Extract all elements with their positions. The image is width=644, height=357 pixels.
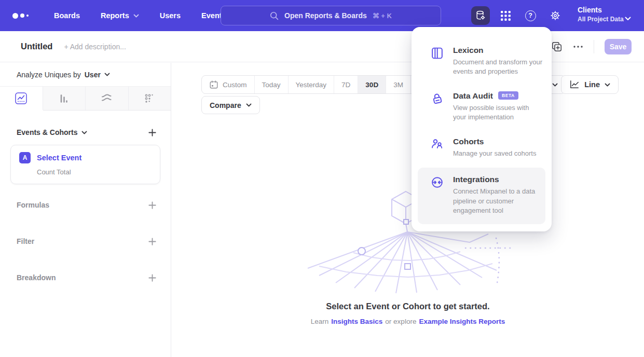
- menu-item-title: Integrations: [453, 175, 538, 184]
- compare-label: Compare: [210, 101, 241, 109]
- report-description-field[interactable]: + Add description...: [64, 43, 126, 51]
- range-30d-label: 30D: [365, 81, 378, 89]
- nav-reports-label: Reports: [101, 11, 129, 20]
- add-filter-button[interactable]: [148, 238, 156, 245]
- menu-item-description: View possible issues with your implement…: [453, 103, 542, 122]
- menu-item-lexicon[interactable]: Lexicon Document and transform your even…: [412, 38, 552, 84]
- plus-icon: [148, 201, 156, 209]
- primary-nav: Boards Reports Users Events: [54, 11, 226, 20]
- flow-icon: [101, 92, 113, 104]
- analyze-row: Analyze Uniques by User: [0, 63, 171, 87]
- cohorts-icon: [430, 137, 445, 158]
- nav-boards-label: Boards: [54, 11, 80, 20]
- event-row-a[interactable]: A Select Event Count Total: [10, 145, 160, 184]
- add-breakdown-button[interactable]: [148, 274, 156, 282]
- event-letter-badge: A: [19, 152, 31, 163]
- add-formula-button[interactable]: [148, 201, 156, 209]
- events-cohorts-toggle[interactable]: Events & Cohorts: [17, 128, 87, 136]
- more-options-button[interactable]: [573, 45, 583, 48]
- range-3m-label: 3M: [393, 81, 403, 89]
- insights-basics-link[interactable]: Insights Basics: [331, 318, 382, 325]
- chevron-down-icon: [104, 73, 110, 76]
- project-chevron-icon[interactable]: [625, 13, 631, 23]
- event-measure-dropdown[interactable]: Count Total: [37, 168, 152, 176]
- tab-funnels[interactable]: [43, 87, 86, 110]
- add-event-button[interactable]: [148, 129, 156, 136]
- search-placeholder: Open Reports & Boards: [284, 11, 367, 20]
- chart-type-dropdown[interactable]: Line: [561, 75, 619, 94]
- chevron-down-icon: [605, 83, 610, 87]
- nav-users[interactable]: Users: [160, 11, 181, 20]
- bar-chart-icon: [58, 93, 70, 104]
- formulas-label: Formulas: [17, 201, 49, 209]
- chevron-down-icon: [552, 83, 558, 87]
- header-divider: [594, 40, 594, 53]
- lexicon-icon: [430, 46, 445, 77]
- events-cohorts-header: Events & Cohorts: [17, 128, 156, 136]
- calendar-icon: [209, 80, 218, 89]
- chevron-down-icon: [133, 14, 139, 18]
- settings-button[interactable]: [546, 6, 565, 25]
- select-event-button[interactable]: Select Event: [37, 154, 81, 162]
- plus-icon: [148, 129, 156, 136]
- ellipsis-icon: [573, 45, 583, 48]
- data-management-button[interactable]: [471, 6, 490, 25]
- tab-retention[interactable]: [129, 87, 171, 110]
- empty-state-middle: or explore: [385, 318, 416, 325]
- report-type-tabs: [0, 87, 171, 111]
- menu-item-integrations[interactable]: Integrations Connect Mixpanel to a data …: [418, 168, 545, 224]
- plus-icon: [148, 274, 156, 282]
- range-today[interactable]: Today: [255, 76, 289, 93]
- plus-icon: [148, 238, 156, 245]
- range-custom-label: Custom: [223, 81, 247, 89]
- empty-state-links: Learn Insights Basics or explore Example…: [172, 318, 644, 325]
- menu-item-title: Lexicon: [453, 46, 542, 55]
- events-cohorts-label: Events & Cohorts: [17, 128, 77, 136]
- menu-item-cohorts[interactable]: Cohorts Manage your saved cohorts: [412, 130, 552, 166]
- duplicate-button[interactable]: [551, 41, 563, 52]
- apps-grid-button[interactable]: [496, 6, 515, 25]
- analyze-unit-dropdown[interactable]: User: [85, 71, 110, 79]
- nav-users-label: Users: [160, 11, 181, 20]
- range-30d[interactable]: 30D: [358, 76, 386, 93]
- project-name: Clients: [578, 5, 624, 15]
- database-gear-icon: [475, 10, 486, 21]
- tab-insights[interactable]: [0, 87, 43, 110]
- tab-flows[interactable]: [86, 87, 129, 110]
- range-yesterday[interactable]: Yesterday: [289, 76, 335, 93]
- report-title[interactable]: Untitled: [21, 42, 52, 51]
- range-7d[interactable]: 7D: [334, 76, 358, 93]
- breakdown-label: Breakdown: [17, 273, 56, 282]
- header-actions: Save: [551, 39, 632, 54]
- example-reports-link[interactable]: Example Insights Reports: [419, 318, 505, 325]
- filter-label: Filter: [17, 237, 34, 245]
- menu-item-title: Data Audit: [453, 91, 493, 101]
- breakdown-section: Breakdown: [17, 272, 156, 283]
- mixpanel-logo-icon[interactable]: [12, 13, 36, 19]
- search-icon: [270, 11, 279, 20]
- copy-plus-icon: [551, 41, 563, 52]
- chart-type-label: Line: [584, 80, 600, 89]
- settings-gear-icon: [550, 10, 561, 21]
- menu-item-description: Document and transform your events and p…: [453, 58, 542, 77]
- range-custom[interactable]: Custom: [202, 76, 255, 93]
- mixpanel-app: Boards Reports Users Events Open Reports…: [0, 0, 644, 357]
- date-range-selector: Custom Today Yesterday 7D 30D 3M 6M: [201, 75, 436, 94]
- integrations-icon: [430, 175, 445, 215]
- project-switcher[interactable]: Clients All Project Data: [578, 5, 624, 23]
- query-builder-sidebar: Analyze Uniques by User: [0, 63, 171, 357]
- help-button[interactable]: ?: [521, 6, 540, 25]
- compare-dropdown[interactable]: Compare: [201, 96, 260, 114]
- range-yesterday-label: Yesterday: [296, 81, 327, 89]
- chevron-down-icon: [81, 131, 87, 134]
- menu-item-data-audit[interactable]: Data Audit BETA View possible issues wit…: [412, 84, 552, 130]
- help-icon: ?: [525, 10, 536, 21]
- range-3m[interactable]: 3M: [386, 76, 411, 93]
- nav-reports[interactable]: Reports: [101, 11, 139, 20]
- menu-item-description: Manage your saved cohorts: [453, 149, 536, 158]
- data-management-menu: Lexicon Document and transform your even…: [412, 27, 552, 231]
- nav-boards[interactable]: Boards: [54, 11, 80, 20]
- chevron-down-icon: [246, 103, 252, 107]
- save-button[interactable]: Save: [605, 39, 632, 54]
- search-input[interactable]: Open Reports & Boards ⌘ + K: [221, 6, 441, 25]
